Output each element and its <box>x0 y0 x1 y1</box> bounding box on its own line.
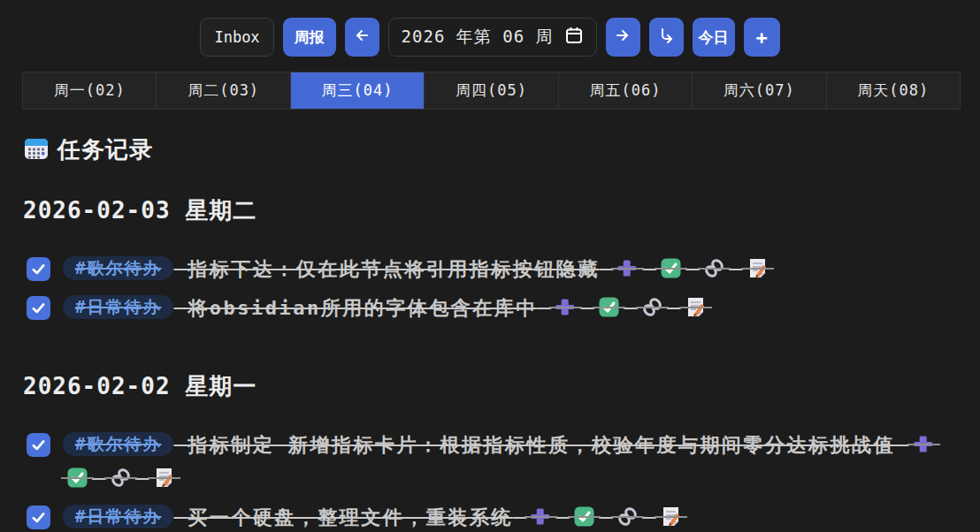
task-row: #日常待办 将obsidian所用的字体包含在库中 <box>23 292 964 325</box>
inbox-button[interactable]: Inbox <box>200 18 273 57</box>
task-content: #日常待办 买一个硬盘，整理文件，重装系统 <box>63 501 964 532</box>
task-text: 买一个硬盘，整理文件，重装系统 <box>188 506 513 528</box>
check-mark-icon <box>573 505 595 528</box>
right-arrow-icon <box>614 27 632 48</box>
tab-sunday[interactable]: 周天(08) <box>827 72 960 109</box>
week-selector[interactable]: 2026 年第 06 周 <box>388 18 597 57</box>
date-heading: 2026-02-03 星期二 <box>23 195 964 226</box>
memo-icon <box>685 296 707 318</box>
task-checkbox[interactable] <box>27 433 50 457</box>
today-button[interactable]: 今日 <box>693 18 735 57</box>
tab-thursday[interactable]: 周四(05) <box>425 72 558 109</box>
day-block: 2026-02-02 星期一 #歌尔待办 指标制定 新增指标卡片：根据指标性质，… <box>23 371 964 532</box>
check-mark-icon <box>660 257 682 279</box>
memo-icon <box>660 505 682 528</box>
plus-icon <box>913 433 935 455</box>
memo-icon <box>746 257 769 279</box>
tab-wednesday[interactable]: 周三(04) <box>291 72 425 109</box>
task-content: #日常待办 将obsidian所用的字体包含在库中 <box>63 292 964 325</box>
plus-icon <box>555 296 577 318</box>
check-mark-icon <box>598 296 620 318</box>
task-row: #日常待办 买一个硬盘，整理文件，重装系统 <box>23 501 964 532</box>
down-right-arrow-icon <box>657 27 675 48</box>
task-checkbox[interactable] <box>27 505 50 529</box>
task-checkbox[interactable] <box>27 296 50 320</box>
date-heading: 2026-02-02 星期一 <box>23 371 964 402</box>
weekly-report-button[interactable]: 周报 <box>283 18 336 57</box>
tab-friday[interactable]: 周五(06) <box>559 72 693 109</box>
day-block: 2026-02-03 星期二 #歌尔待办 指标下达：仅在此节点将引用指标按钮隐藏 <box>23 195 964 325</box>
task-checkbox[interactable] <box>27 257 50 281</box>
prev-week-button[interactable] <box>345 18 379 57</box>
task-tag[interactable]: #歌尔待办 <box>63 256 173 280</box>
link-icon[interactable] <box>703 257 725 279</box>
calendar-emoji-icon <box>23 135 50 165</box>
task-row: #歌尔待办 指标下达：仅在此节点将引用指标按钮隐藏 <box>23 253 964 286</box>
link-icon[interactable] <box>641 296 663 318</box>
task-text: 指标下达：仅在此节点将引用指标按钮隐藏 <box>188 258 600 280</box>
link-icon[interactable] <box>616 505 639 528</box>
jump-to-week-button[interactable] <box>649 18 684 57</box>
task-tag[interactable]: #日常待办 <box>63 505 173 528</box>
task-tag[interactable]: #日常待办 <box>63 295 173 319</box>
add-button[interactable]: + <box>744 18 780 57</box>
task-tag[interactable]: #歌尔待办 <box>63 432 173 456</box>
left-arrow-icon <box>353 27 371 48</box>
task-text: 将obsidian所用的字体包含在库中 <box>188 297 537 319</box>
task-content: #歌尔待办 指标下达：仅在此节点将引用指标按钮隐藏 <box>63 253 964 286</box>
tab-saturday[interactable]: 周六(07) <box>693 72 826 109</box>
toolbar: Inbox 周报 2026 年第 06 周 <box>0 0 980 57</box>
task-text: 指标制定 新增指标卡片：根据指标性质，校验年度与期间零分达标挑战值 <box>188 434 895 456</box>
tab-tuesday[interactable]: 周二(03) <box>157 72 290 109</box>
day-tab-bar: 周一(02) 周二(03) 周三(04) 周四(05) 周五(06) 周六(07… <box>22 72 961 110</box>
tab-monday[interactable]: 周一(02) <box>23 72 157 109</box>
memo-icon <box>153 467 175 489</box>
task-content: #歌尔待办 指标制定 新增指标卡片：根据指标性质，校验年度与期间零分达标挑战值 <box>63 429 964 496</box>
task-row: #歌尔待办 指标制定 新增指标卡片：根据指标性质，校验年度与期间零分达标挑战值 <box>23 429 964 496</box>
plus-icon <box>530 505 552 528</box>
check-mark-icon <box>66 467 88 489</box>
section-header: 任务记录 <box>23 134 964 165</box>
link-icon[interactable] <box>110 467 132 489</box>
week-display-text: 2026 年第 06 周 <box>402 26 554 49</box>
next-week-button[interactable] <box>606 18 640 57</box>
section-title: 任务记录 <box>57 134 153 165</box>
calendar-icon[interactable] <box>564 26 584 49</box>
main-content: 任务记录 2026-02-03 星期二 #歌尔待办 指标下达：仅在此节点将引用指… <box>0 134 980 532</box>
plus-icon <box>616 257 639 279</box>
